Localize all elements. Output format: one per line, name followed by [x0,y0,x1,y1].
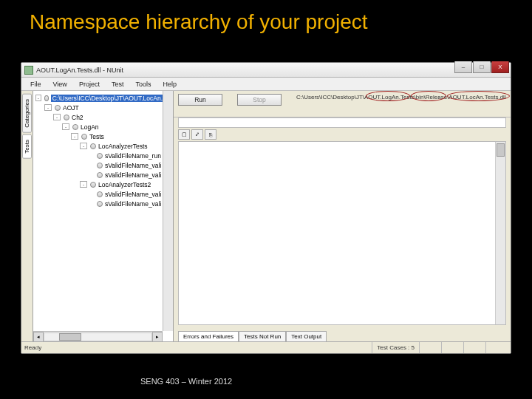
tree-node[interactable]: AOJT [63,104,79,112]
tree-leaf[interactable]: sValidFileName_vali [105,200,161,208]
toggle-icon[interactable]: - [62,123,69,130]
app-icon [24,66,33,75]
toolbar-icon[interactable]: ⤢ [191,129,203,140]
scroll-left-icon[interactable]: ◂ [33,332,44,342]
menu-view[interactable]: View [47,79,73,89]
node-icon [90,182,96,188]
tree-v-scrollbar[interactable] [163,91,173,331]
result-toolbar: ▢ ⤢ ⎘ [174,128,511,141]
stop-button[interactable]: Stop [237,94,282,106]
window-title: AOUT.LogAn.Tests.dll - NUnit [36,66,508,74]
left-vertical-tabs: Categories Tests [21,91,33,341]
toggle-icon[interactable]: - [80,181,87,188]
node-icon [64,115,69,120]
status-cell [485,342,508,353]
node-icon [90,143,96,149]
tree-node[interactable]: Ch2 [72,114,83,121]
node-icon [44,95,49,101]
tree-leaf[interactable]: sValidFileName_vali [105,171,161,179]
tab-not-run[interactable]: Tests Not Run [239,331,286,341]
tab-errors[interactable]: Errors and Failures [178,331,239,341]
scroll-thumb[interactable] [497,143,505,157]
status-cell [419,342,441,353]
progress-bar [178,117,506,128]
slide-title: Namespace hierarchy of your project [0,0,532,34]
statusbar: Ready Test Cases : 5 [21,341,511,353]
status-ready: Ready [24,344,41,351]
tree-leaf[interactable]: sValidFileName_vali [105,162,161,169]
test-icon [97,163,103,168]
tab-categories[interactable]: Categories [22,94,32,133]
toggle-icon[interactable]: - [71,133,78,140]
tree-leaf[interactable]: sValidFileName_run [105,152,161,160]
results-v-scrollbar[interactable] [495,142,505,324]
test-icon [97,172,103,178]
tab-tests[interactable]: Tests [22,134,32,159]
node-icon [81,134,87,140]
menu-test[interactable]: Test [106,79,130,89]
run-button[interactable]: Run [178,94,222,106]
toolbar-icon[interactable]: ⎘ [205,129,216,140]
toggle-icon[interactable]: - [35,95,41,101]
results-area[interactable] [178,141,506,325]
menu-help[interactable]: Help [157,79,183,89]
titlebar[interactable]: AOUT.LogAn.Tests.dll - NUnit – □ X [21,63,511,78]
status-cell [441,342,463,353]
toggle-icon[interactable]: - [53,114,61,120]
right-pane: Run Stop C:\Users\ICC\Desktop\JT\AOUT.Lo… [174,91,511,341]
maximize-button[interactable]: □ [473,61,491,73]
scroll-right-icon[interactable]: ▸ [152,332,163,342]
toolbar-icon[interactable]: ▢ [178,129,190,140]
node-icon [72,124,78,130]
toggle-icon[interactable]: - [80,143,87,149]
scroll-thumb[interactable] [59,333,81,341]
test-tree[interactable]: -C:\Users\ICC\Desktop\JT\AOUT.LocAn.Te -… [33,91,174,341]
menu-project[interactable]: Project [73,79,106,89]
tree-h-scrollbar[interactable]: ◂ ▸ [33,331,163,341]
status-test-cases: Test Cases : 5 [372,342,419,353]
assembly-path: C:\Users\ICC\Desktop\JT\AOUT.LogAn.Tests… [296,94,506,100]
menubar: File View Project Test Tools Help [21,78,511,91]
bottom-tabs: Errors and Failures Tests Not Run Text O… [174,327,511,341]
nunit-window: AOUT.LogAn.Tests.dll - NUnit – □ X File … [21,62,511,354]
minimize-button[interactable]: – [454,61,472,73]
test-icon [97,153,103,159]
test-icon [97,201,103,207]
menu-tools[interactable]: Tools [129,79,157,89]
tree-node[interactable]: LocAnalyzerTests2 [98,181,151,188]
status-cell [463,342,485,353]
tree-node[interactable]: LocAnalyzerTests [98,143,148,150]
menu-file[interactable]: File [24,79,47,89]
node-icon [55,105,61,111]
slide-footer: SENG 403 – Winter 2012 [140,377,232,386]
tree-node[interactable]: LogAn [81,123,99,131]
tree-node[interactable]: Tests [89,133,104,140]
tab-output[interactable]: Text Output [286,331,327,341]
tree-leaf[interactable]: sValidFileName_vali [105,191,161,198]
tree-root-node[interactable]: C:\Users\ICC\Desktop\JT\AOUT.LocAn.Te [51,95,171,102]
close-button[interactable]: X [491,61,509,73]
toggle-icon[interactable]: - [44,104,52,111]
test-icon [97,191,103,197]
